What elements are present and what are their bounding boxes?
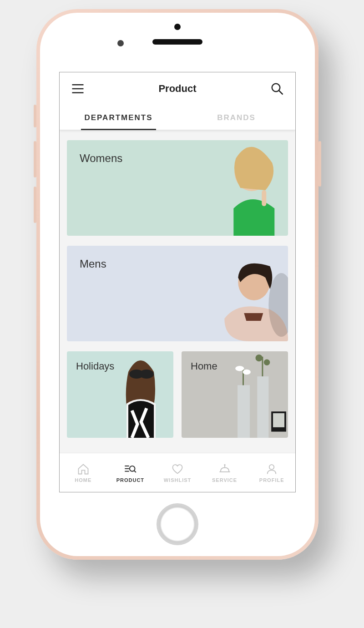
category-label: Home xyxy=(182,351,217,372)
tab-brands[interactable]: BRANDS xyxy=(177,105,295,130)
search-button[interactable] xyxy=(269,81,285,97)
phone-home-button[interactable] xyxy=(157,503,198,545)
profile-icon xyxy=(265,463,278,476)
tab-departments[interactable]: DEPARTMENTS xyxy=(60,105,177,130)
category-tile-holidays[interactable]: Holidays xyxy=(67,351,173,438)
page-title: Product xyxy=(158,83,196,95)
nav-label: WISHLIST xyxy=(164,477,192,483)
svg-rect-21 xyxy=(273,413,284,427)
phone-camera xyxy=(174,24,181,30)
phone-side-button xyxy=(34,187,36,223)
svg-point-18 xyxy=(235,366,244,371)
search-icon xyxy=(270,82,284,96)
nav-home[interactable]: HOME xyxy=(60,453,107,492)
phone-speaker xyxy=(152,39,202,45)
app-screen: Product DEPARTMENTS BRANDS Womens xyxy=(59,72,296,492)
svg-point-19 xyxy=(243,370,251,375)
svg-rect-13 xyxy=(258,376,269,438)
nav-label: PRODUCT xyxy=(116,477,144,483)
category-tile-womens[interactable]: Womens xyxy=(67,140,288,236)
app-header: Product xyxy=(60,72,295,105)
category-label: Womens xyxy=(67,140,122,165)
category-image-mens xyxy=(167,246,288,341)
category-tabs: DEPARTMENTS BRANDS xyxy=(60,105,295,130)
bottom-nav: HOME PRODUCT WISHLIST xyxy=(60,453,295,492)
category-label: Mens xyxy=(67,246,106,270)
phone-side-button xyxy=(318,141,321,187)
hamburger-icon xyxy=(71,82,85,96)
nav-label: PROFILE xyxy=(259,477,284,483)
category-label: Holidays xyxy=(67,351,114,372)
nav-wishlist[interactable]: WISHLIST xyxy=(154,453,201,492)
phone-sensor xyxy=(117,40,124,46)
svg-line-26 xyxy=(134,470,136,472)
nav-label: SERVICE xyxy=(212,477,237,483)
svg-rect-6 xyxy=(262,190,266,206)
svg-line-4 xyxy=(279,91,283,95)
heart-icon xyxy=(171,463,184,476)
svg-point-25 xyxy=(130,466,135,471)
phone-frame: Product DEPARTMENTS BRANDS Womens xyxy=(36,9,318,560)
product-search-icon xyxy=(124,463,136,476)
svg-point-11 xyxy=(139,370,154,379)
menu-button[interactable] xyxy=(70,81,86,97)
nav-product[interactable]: PRODUCT xyxy=(107,453,154,492)
category-image-home xyxy=(213,351,288,438)
category-image-womens xyxy=(167,140,288,236)
svg-point-30 xyxy=(269,465,274,470)
svg-point-29 xyxy=(224,464,226,466)
phone-side-button xyxy=(34,105,36,127)
category-image-holidays xyxy=(104,351,173,438)
category-tile-home[interactable]: Home xyxy=(182,351,288,438)
nav-service[interactable]: SERVICE xyxy=(201,453,248,492)
nav-label: HOME xyxy=(75,477,91,483)
phone-side-button xyxy=(34,141,36,177)
svg-point-3 xyxy=(272,84,280,92)
phone-bezel: Product DEPARTMENTS BRANDS Womens xyxy=(40,13,315,556)
department-list[interactable]: Womens Mens xyxy=(60,130,295,453)
svg-point-16 xyxy=(264,360,270,365)
svg-rect-12 xyxy=(238,385,250,438)
svg-point-15 xyxy=(256,355,263,361)
nav-profile[interactable]: PROFILE xyxy=(248,453,295,492)
home-icon xyxy=(77,463,90,476)
bell-icon xyxy=(218,463,231,476)
category-tile-mens[interactable]: Mens xyxy=(67,246,288,341)
